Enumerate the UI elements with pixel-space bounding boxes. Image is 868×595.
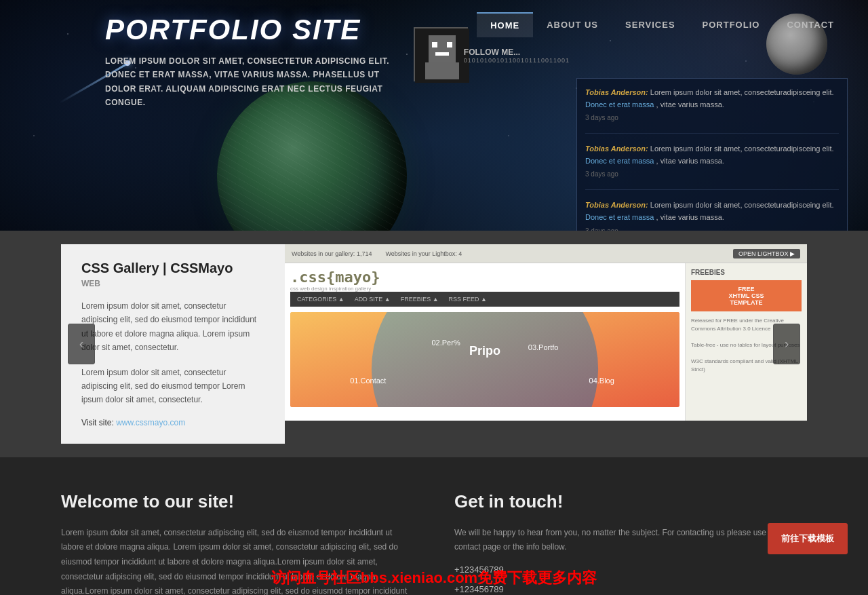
cssmayo-subtitle: css web design inspiration gallery (290, 286, 679, 292)
svg-text:03.Portfo: 03.Portfo (528, 343, 559, 351)
svg-rect-4 (435, 52, 449, 56)
svg-rect-1 (429, 35, 456, 62)
hero-section: PORTFOLIO SITE LOREM IPSUM DOLOR SIT AME… (0, 0, 868, 231)
follow-me-section: FOLLOW ME... 01010100101100101110011001 (464, 47, 570, 64)
nav-services[interactable]: SERVICES (612, 13, 689, 37)
svg-text:04.Blog: 04.Blog (589, 377, 614, 385)
contact-title: Get in touch! (454, 491, 807, 512)
next-icon: › (785, 336, 789, 351)
tweet-2-text: Lorem ipsum dolor sit amet, consectetura… (650, 145, 834, 153)
svg-rect-5 (425, 62, 459, 79)
cssmayo-screenshot: Websites in our gallery: 1,714 Websites … (285, 244, 807, 421)
tweet-2-content: Tobias Anderson: Lorem ipsum dolor sit a… (585, 143, 839, 167)
portfolio-inner: CSS Gallery | CSSMayo WEB Lorem ipsum do… (61, 244, 807, 444)
svg-text:02.Per%: 02.Per% (431, 339, 460, 347)
main-nav: HOME ABOUT US SERVICES PORTFOLIO CONTACT (477, 0, 868, 37)
tweet-1-text: Lorem ipsum dolor sit amet, consectetura… (650, 88, 834, 96)
cssmayo-nav-freebies: FREEBIES ▲ (401, 296, 439, 303)
cssmayo-logo-text: .css{mayo} (290, 269, 380, 286)
tweet-2: Tobias Anderson: Lorem ipsum dolor sit a… (585, 143, 839, 190)
svg-rect-3 (447, 42, 452, 47)
tweet-3-author: Tobias Anderson: (585, 201, 648, 209)
cssmayo-topbar: Websites in our gallery: 1,714 Websites … (285, 244, 807, 263)
tweet-3-time: 3 days ago (585, 226, 839, 231)
tweet-2-author: Tobias Anderson: (585, 145, 648, 153)
site-title: PORTFOLIO SITE (105, 14, 361, 46)
portfolio-item-desc2: Lorem ipsum dolor sit amet, consectetur … (81, 366, 264, 407)
cssmayo-body: .css{mayo} css web design inspiration ga… (285, 263, 807, 421)
tweet-3: Tobias Anderson: Lorem ipsum dolor sit a… (585, 199, 839, 231)
tweet-2-link[interactable]: Donec et erat massa (585, 157, 654, 165)
welcome-title: Welcome to our site! (61, 491, 414, 512)
portfolio-visit: Visit site: www.cssmayo.com (81, 418, 264, 427)
tweet-2-time: 3 days ago (585, 169, 839, 180)
tweet-box: Tobias Anderson: Lorem ipsum dolor sit a… (576, 78, 848, 231)
tweet-2-suffix: , vitae varius massa. (656, 157, 724, 165)
tweet-1-time: 3 days ago (585, 113, 839, 123)
cssmayo-stat1: Websites in our gallery: 1,714 (292, 250, 372, 257)
tweet-3-content: Tobias Anderson: Lorem ipsum dolor sit a… (585, 199, 839, 223)
pixel-avatar (414, 27, 468, 81)
cssmayo-nav-bar: CATEGORIES ▲ ADD SITE ▲ FREEBIES ▲ RSS F… (290, 292, 679, 307)
cssmayo-logo: .css{mayo} (290, 269, 679, 286)
watermark: 访问血号社区bbs.xieniao.com免费下载更多内容 (0, 568, 868, 588)
portfolio-item-title: CSS Gallery | CSSMayo (81, 261, 264, 276)
cssmayo-stat2: Websites in your Lightbox: 4 (385, 250, 462, 257)
visit-url[interactable]: www.cssmayo.com (116, 418, 185, 427)
cta-download-button[interactable]: 前往下载模板 (768, 523, 848, 554)
site-logo: PORTFOLIO SITE (105, 14, 361, 46)
cssmayo-nav-addsite: ADD SITE ▲ (355, 296, 391, 303)
cssmayo-gallery-area: Pripo 01.Contact 02.Per% 03.Portfo 04.Bl… (290, 312, 679, 407)
visit-label: Visit site: (81, 418, 114, 427)
contact-body: We will be happy to hear from you, no ma… (454, 526, 807, 555)
nav-home[interactable]: HOME (477, 12, 533, 37)
tweet-3-suffix: , vitae varius massa. (656, 213, 724, 221)
svg-text:01.Contact: 01.Contact (350, 377, 386, 385)
cssmayo-freebies-title: FREEBIES (691, 269, 802, 276)
svg-text:Pripo: Pripo (469, 344, 500, 358)
tweet-3-text: Lorem ipsum dolor sit amet, consectetura… (650, 201, 834, 209)
portfolio-section: ‹ › CSS Gallery | CSSMayo WEB Lorem ipsu… (0, 231, 868, 457)
svg-point-7 (372, 312, 598, 407)
portfolio-item-category: WEB (81, 279, 264, 288)
portfolio-right-panel: Websites in our gallery: 1,714 Websites … (285, 244, 807, 444)
follow-me-title: FOLLOW ME... (464, 47, 570, 57)
svg-rect-2 (432, 42, 437, 47)
tweet-3-link[interactable]: Donec et erat massa (585, 213, 654, 221)
tweet-1-suffix: , vitae varius massa. (656, 100, 724, 109)
tweet-1-link[interactable]: Donec et erat massa (585, 100, 654, 109)
hero-tagline: LOREM IPSUM DOLOR SIT AMET, CONSECTETUR … (105, 54, 390, 110)
cssmayo-main-area: .css{mayo} css web design inspiration ga… (285, 263, 685, 421)
carousel-prev-button[interactable]: ‹ (68, 324, 95, 364)
portfolio-item-desc1: Lorem ipsum dolor sit amet, consectetur … (81, 299, 264, 355)
cssmayo-open-lightbox[interactable]: OPEN LIGHTBOX ▶ (733, 249, 800, 258)
follow-binary: 01010100101100101110011001 (464, 57, 570, 64)
cssmayo-nav-rss: RSS FEED ▲ (449, 296, 487, 303)
watermark-text: 访问血号社区bbs.xieniao.com免费下载更多内容 (271, 569, 597, 586)
tweet-1-author: Tobias Anderson: (585, 88, 648, 96)
nav-about[interactable]: ABOUT US (533, 13, 612, 37)
carousel-next-button[interactable]: › (773, 324, 800, 364)
tweet-1: Tobias Anderson: Lorem ipsum dolor sit a… (585, 87, 839, 134)
nav-contact[interactable]: CONTACT (773, 13, 848, 37)
tweet-1-content: Tobias Anderson: Lorem ipsum dolor sit a… (585, 87, 839, 111)
nav-portfolio[interactable]: PORTFOLIO (689, 13, 774, 37)
prev-icon: ‹ (79, 336, 84, 351)
cssmayo-free-badge: FREEXHTML CSSTEMPLATE (691, 280, 802, 311)
cssmayo-nav-categories: CATEGORIES ▲ (297, 296, 344, 303)
